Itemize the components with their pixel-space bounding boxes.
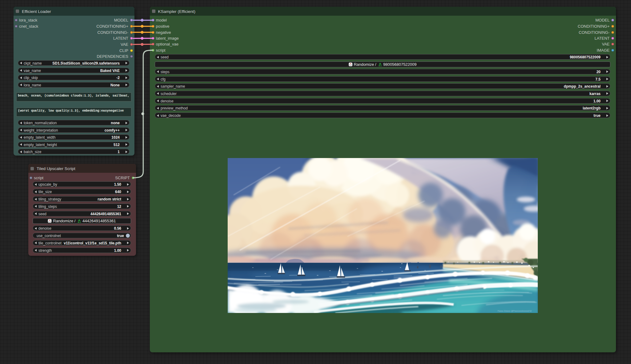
svg-text:Fiusxo Dxsxcx @Pxsxxxxxxlxxxxx: Fiusxo Dxsxcx @Pxsxxxxxxlxxxxxd 52 (497, 310, 532, 312)
